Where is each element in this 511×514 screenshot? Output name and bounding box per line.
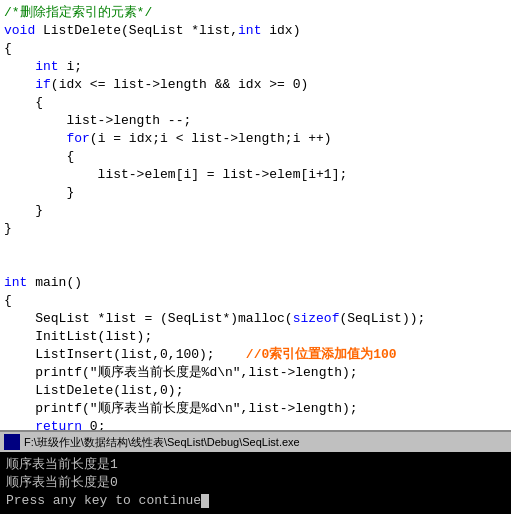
terminal-cursor	[201, 494, 209, 508]
code-line-13: }	[0, 220, 511, 238]
terminal-title: F:\班级作业\数据结构\线性表\SeqList\Debug\SeqList.e…	[24, 435, 300, 450]
code-editor: /*删除指定索引的元素*/ void ListDelete(SeqList *l…	[0, 0, 511, 430]
code-line-9: {	[0, 148, 511, 166]
code-line-3: {	[0, 40, 511, 58]
code-line-16: int main()	[0, 274, 511, 292]
code-line-14	[0, 238, 511, 256]
code-line-17: {	[0, 292, 511, 310]
terminal-window: F:\班级作业\数据结构\线性表\SeqList\Debug\SeqList.e…	[0, 430, 511, 514]
terminal-body: 顺序表当前长度是1 顺序表当前长度是0 Press any key to con…	[0, 452, 511, 514]
code-line-8: for(i = idx;i < list->length;i ++)	[0, 130, 511, 148]
code-line-4: int i;	[0, 58, 511, 76]
terminal-output-line-1: 顺序表当前长度是1	[6, 456, 505, 474]
code-line-22: ListDelete(list,0);	[0, 382, 511, 400]
terminal-icon	[4, 434, 20, 450]
code-line-24: return 0;	[0, 418, 511, 430]
code-line-11: }	[0, 184, 511, 202]
code-line-19: InitList(list);	[0, 328, 511, 346]
code-line-2: void ListDelete(SeqList *list,int idx)	[0, 22, 511, 40]
code-line-6: {	[0, 94, 511, 112]
terminal-titlebar: F:\班级作业\数据结构\线性表\SeqList\Debug\SeqList.e…	[0, 430, 511, 452]
code-line-12: }	[0, 202, 511, 220]
code-line-7: list->length --;	[0, 112, 511, 130]
code-line-5: if(idx <= list->length && idx >= 0)	[0, 76, 511, 94]
code-line-21: printf("顺序表当前长度是%d\n",list->length);	[0, 364, 511, 382]
terminal-prompt: Press any key to continue	[6, 493, 201, 508]
code-line-10: list->elem[i] = list->elem[i+1];	[0, 166, 511, 184]
code-line-15	[0, 256, 511, 274]
code-line-1: /*删除指定索引的元素*/	[0, 4, 511, 22]
terminal-output-line-2: 顺序表当前长度是0	[6, 474, 505, 492]
code-line-23: printf("顺序表当前长度是%d\n",list->length);	[0, 400, 511, 418]
code-line-20: ListInsert(list,0,100); //0索引位置添加值为100	[0, 346, 511, 364]
terminal-prompt-line: Press any key to continue	[6, 492, 505, 510]
code-line-18: SeqList *list = (SeqList*)malloc(sizeof(…	[0, 310, 511, 328]
